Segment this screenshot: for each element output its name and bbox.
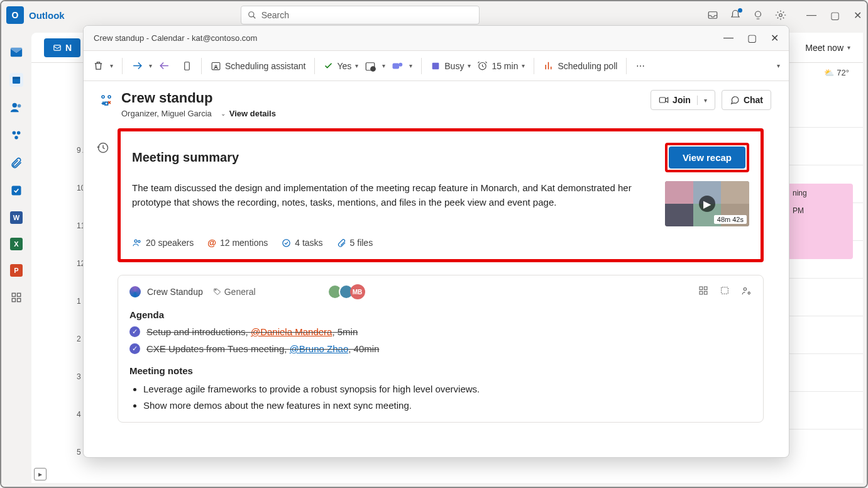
agenda-item[interactable]: ✓CXE Updates from Tues meeting, @Bruno Z… <box>129 343 752 354</box>
view-details-toggle[interactable]: ⌄ View details <box>221 109 276 118</box>
svg-rect-26 <box>432 62 439 69</box>
join-button[interactable]: Join ▾ <box>651 90 715 110</box>
meet-now-button[interactable]: Meet now ▾ <box>805 43 850 53</box>
todo-icon[interactable] <box>9 184 23 197</box>
search-placeholder: Search <box>261 10 289 20</box>
stat-mentions[interactable]: @ 12 mentions <box>207 238 268 248</box>
checkbox-checked-icon[interactable]: ✓ <box>129 326 140 337</box>
svg-point-12 <box>14 136 18 140</box>
svg-point-45 <box>748 292 750 294</box>
chevron-down-overflow-icon[interactable]: ▾ <box>777 62 780 69</box>
checkmark-icon <box>324 61 333 70</box>
chat-label: Chat <box>744 95 763 105</box>
svg-point-0 <box>248 12 253 17</box>
busy-label: Busy <box>444 61 464 71</box>
search-input[interactable]: Search <box>241 6 480 25</box>
calendar-icon[interactable] <box>9 73 23 87</box>
calendar-event-pink[interactable]: ning PM <box>788 184 853 259</box>
collapse-panel-button[interactable]: ▸ <box>34 468 47 480</box>
loop-grid-icon[interactable] <box>698 286 708 298</box>
delete-icon[interactable] <box>92 60 104 72</box>
settings-gear-icon[interactable] <box>775 9 786 21</box>
people-icon[interactable] <box>9 101 23 114</box>
loop-tag[interactable]: General <box>213 287 256 297</box>
chat-button[interactable]: Chat <box>722 90 771 110</box>
svg-rect-24 <box>393 63 400 69</box>
svg-point-21 <box>215 65 217 67</box>
svg-rect-40 <box>704 287 707 290</box>
loop-expand-icon[interactable] <box>720 286 730 298</box>
checkbox-checked-icon[interactable]: ✓ <box>129 343 140 354</box>
loop-people-settings-icon[interactable] <box>741 286 752 298</box>
svg-point-10 <box>13 131 16 135</box>
stat-files[interactable]: 5 files <box>337 238 373 248</box>
show-as-busy-button[interactable]: Busy ▾ <box>431 61 471 71</box>
dialog-maximize-button[interactable]: ▢ <box>747 32 757 44</box>
svg-rect-41 <box>700 291 703 294</box>
svg-point-38 <box>215 289 216 291</box>
chevron-down-icon[interactable]: ▾ <box>110 62 113 69</box>
meeting-summary-card: Meeting summary View recap The team disc… <box>118 128 764 262</box>
rsvp-yes-button[interactable]: Yes ▾ <box>324 61 358 71</box>
teams-chat-icon[interactable] <box>392 60 403 72</box>
event-details-dialog: Crew standup - Calendar - kat@contoso.co… <box>83 25 789 458</box>
busy-box-icon <box>431 61 441 71</box>
mention-link[interactable]: @Daniela Mandera <box>251 326 332 337</box>
stat-tasks[interactable]: 4 tasks <box>282 238 322 248</box>
svg-point-5 <box>779 14 783 17</box>
event-title: Crew standup <box>121 90 643 106</box>
dialog-close-button[interactable]: ✕ <box>771 32 779 44</box>
poll-bars-icon <box>543 60 554 71</box>
chevron-down-icon[interactable]: ▾ <box>149 62 152 69</box>
view-recap-button[interactable]: View recap <box>669 147 745 169</box>
powerpoint-icon[interactable]: P <box>10 264 23 277</box>
minimize-button[interactable]: — <box>806 9 816 21</box>
word-icon[interactable]: W <box>10 211 23 224</box>
more-apps-icon[interactable] <box>9 291 23 304</box>
excel-icon[interactable]: X <box>10 238 23 250</box>
groups-icon[interactable] <box>9 128 23 142</box>
summary-text: The team discussed the design and implem… <box>132 181 654 226</box>
svg-rect-15 <box>18 293 21 296</box>
close-button[interactable]: ✕ <box>854 9 862 21</box>
presence-avatars[interactable]: MB <box>331 284 365 299</box>
svg-line-1 <box>253 16 255 19</box>
note-item: Leverage agile frameworks to provide a r… <box>143 381 752 397</box>
notification-bell-icon[interactable] <box>730 9 741 21</box>
scheduling-poll-button[interactable]: Scheduling poll <box>543 60 617 71</box>
attach-icon[interactable] <box>9 156 23 170</box>
inbox-tray-icon[interactable] <box>707 9 718 21</box>
event-time-partial: PM <box>793 206 848 215</box>
svg-text:+□: +□ <box>102 101 108 106</box>
forward-icon[interactable] <box>131 60 143 72</box>
stat-speakers[interactable]: 20 speakers <box>132 238 194 248</box>
scheduling-assistant-button[interactable]: Scheduling assistant <box>211 60 305 71</box>
chevron-down-icon[interactable]: ▾ <box>697 96 711 105</box>
new-event-button[interactable]: New event N <box>44 38 80 57</box>
mail-icon[interactable] <box>9 45 23 59</box>
svg-point-11 <box>17 131 20 135</box>
loop-page-name[interactable]: Crew Standup <box>147 287 203 297</box>
chevron-down-icon: ▾ <box>355 62 358 69</box>
at-sign-icon: @ <box>207 238 216 248</box>
dialog-minimize-button[interactable]: — <box>723 32 733 44</box>
recording-thumbnail[interactable]: ▶ 48m 42s <box>665 181 749 226</box>
svg-point-9 <box>18 104 21 108</box>
lightbulb-icon[interactable] <box>752 9 764 21</box>
svg-point-36 <box>138 240 140 242</box>
maximize-button[interactable]: ▢ <box>830 9 840 21</box>
meet-now-label: Meet now <box>805 43 843 53</box>
reminder-button[interactable]: 15 min ▾ <box>477 60 525 71</box>
svg-rect-43 <box>722 287 728 294</box>
outlook-main-window: O Outlook Search — ▢ ✕ W X <box>1 1 867 487</box>
check-circle-icon <box>282 238 291 248</box>
more-options-icon[interactable]: ⋯ <box>635 60 647 72</box>
reply-icon[interactable] <box>158 60 170 72</box>
agenda-item[interactable]: ✓Setup and introductions, @Daniela Mande… <box>129 326 752 337</box>
device-icon[interactable] <box>181 60 192 72</box>
mention-link[interactable]: @Bruno Zhao <box>290 343 349 354</box>
chevron-down-icon[interactable]: ▾ <box>382 62 385 69</box>
calendar-add-icon[interactable] <box>365 60 376 72</box>
chevron-down-icon[interactable]: ▾ <box>409 62 412 69</box>
stat-tasks-label: 4 tasks <box>295 238 322 248</box>
